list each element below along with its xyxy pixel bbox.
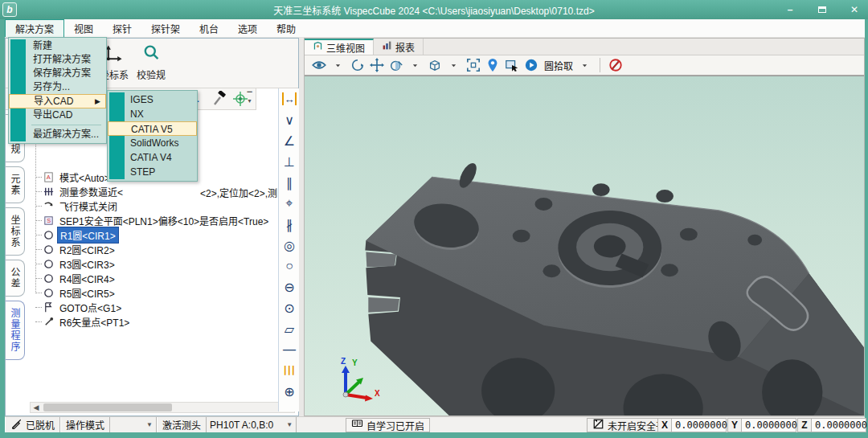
flatness-icon[interactable]: ▱ [279, 318, 300, 339]
tree-row-circle-r3[interactable]: R3圆<CIR3> [30, 256, 117, 271]
menu-item-export-cad[interactable]: 导出CAD [9, 108, 106, 122]
window-frame-bottom [0, 432, 868, 438]
close-button[interactable]: ✕ [847, 4, 862, 15]
submenu-item-step[interactable]: STEP [108, 165, 197, 179]
restore-icon [818, 6, 826, 13]
cube-view-dropdown-icon[interactable] [446, 58, 461, 73]
circle-pick-dropdown[interactable]: 圆拾取 [544, 59, 573, 72]
diameter-icon[interactable]: ⊖ [279, 276, 300, 297]
menu-item-new[interactable]: 新建 [9, 39, 106, 53]
angle-gauge-icon[interactable]: ∨ [279, 109, 300, 130]
tree-row-fly-mode[interactable]: 飞行模式关闭 [30, 199, 120, 213]
scrollbar-thumb[interactable] [43, 403, 172, 411]
submenu-arrow-icon: ▶ [95, 95, 100, 108]
menu-separator [31, 125, 101, 125]
perpendicularity-icon[interactable]: ⊥ [279, 151, 300, 172]
angularity-icon[interactable]: ∦ [279, 214, 300, 235]
position-icon[interactable]: ⌖ [279, 193, 300, 214]
x-coordinate: X 0.0000000 [657, 418, 727, 432]
tab-report[interactable]: 报表 [374, 39, 424, 55]
circle-element-icon [43, 244, 55, 256]
tree-row-goto[interactable]: GOTO点<G1> [30, 300, 124, 314]
locate-pin-icon[interactable] [485, 58, 500, 73]
parallelism-icon[interactable]: ∥ [279, 172, 300, 193]
submenu-item-catia-v4[interactable]: CATIA V4 [108, 150, 197, 165]
submenu-item-catia-v5[interactable]: CATIA V5 [108, 121, 197, 136]
operation-mode-label: 操作模式 [60, 417, 110, 432]
self-learn-status-button[interactable]: 自学习已开启 [346, 418, 430, 432]
tree-row-circle-r5[interactable]: R5圆<CIR5> [30, 285, 117, 300]
restore-button[interactable] [815, 4, 829, 15]
tree-row-circle-r1[interactable]: R1圆<CIR1> [30, 227, 119, 242]
safety-plane-icon: S [43, 215, 55, 227]
menu-item-open-solution[interactable]: 打开解决方案 [9, 53, 106, 67]
tree-row-mode[interactable]: A 模式<Auto> [30, 170, 113, 184]
menu-probe-rack[interactable]: 探针架 [141, 19, 190, 37]
dropdown-caret-icon: ▼ [146, 421, 153, 428]
distance-icon[interactable]: ↔ [282, 92, 297, 105]
toolbar-overflow-button[interactable]: ▔▾ [245, 92, 254, 105]
tab-measure-program[interactable]: 测量程序 [6, 301, 25, 360]
angle-icon[interactable]: ∠ [279, 130, 300, 151]
submenu-item-nx[interactable]: NX [108, 107, 197, 121]
menu-options[interactable]: 选项 [228, 19, 267, 37]
svg-text:Y: Y [352, 358, 358, 367]
menu-view[interactable]: 视图 [64, 19, 103, 37]
magnifier-icon [141, 43, 161, 65]
pan-view-icon[interactable] [369, 58, 384, 73]
eye-dropdown-icon[interactable] [330, 58, 346, 73]
coordinate-triad: Z Y X [333, 356, 383, 406]
x-coordinate-value: 0.0000000 [671, 418, 727, 432]
svg-text:Z: Z [341, 357, 346, 366]
probe-disabled-icon[interactable] [608, 58, 623, 73]
menu-item-save-solution[interactable]: 保存解决方案 [9, 67, 106, 80]
menu-item-import-cad[interactable]: 导入CAD ▶ [9, 94, 106, 108]
viewport-3d[interactable]: Z Y X [305, 76, 864, 415]
render-style-dropdown-icon[interactable] [407, 58, 423, 73]
symmetry-icon[interactable]: ☰ [279, 360, 300, 381]
tree-row-circle-r2[interactable]: R2圆<CIR2> [30, 242, 117, 256]
tab-tolerance[interactable]: 公差 [6, 260, 25, 297]
submenu-item-solidworks[interactable]: SolidWorks [108, 136, 197, 150]
rotate-view-icon[interactable] [350, 58, 365, 73]
menu-probe[interactable]: 探针 [103, 19, 141, 37]
menu-item-recent-solutions[interactable]: 最近解决方案... [9, 128, 106, 141]
tree-row-safety-plane[interactable]: S SEP1安全平面<PLN1>偏移<10>是否启用<True> [30, 213, 271, 227]
menu-solution[interactable]: 解决方案 [5, 19, 64, 37]
concentricity-icon[interactable]: ◎ [279, 235, 300, 256]
hammer-icon[interactable] [211, 91, 227, 107]
minimize-button[interactable]: – [783, 4, 797, 15]
window-select-icon[interactable] [504, 58, 519, 73]
menu-item-save-as[interactable]: 另存为... [9, 80, 106, 94]
tree-row-circle-r4[interactable]: R4圆<CIR4> [30, 271, 117, 285]
z-coordinate: Z 0.0000000 [797, 418, 866, 432]
render-style-icon[interactable] [388, 58, 403, 73]
right-panel: 三维视图 报表 圆拾取 [304, 38, 865, 416]
tab-3d-view[interactable]: 三维视图 [305, 39, 374, 55]
params-icon [43, 186, 55, 198]
submenu-item-iges[interactable]: IGES [108, 92, 197, 107]
roundness-icon[interactable]: ○ [279, 256, 300, 276]
scroll-left-icon[interactable]: ◀ [31, 403, 42, 411]
tab-coordinate-system[interactable]: 坐标系 [6, 207, 25, 256]
runout-icon[interactable]: ⊙ [279, 297, 300, 318]
window-title: 天准三坐标系统 VispecCube 2024 <C:\Users\jiaosi… [0, 3, 868, 17]
self-learn-icon [351, 418, 363, 432]
tree-row-measure-params[interactable]: 测量参数逼近< <2>,定位加<2>,测量 [30, 184, 125, 199]
menu-help[interactable]: 帮助 [267, 19, 305, 37]
run-icon[interactable] [523, 58, 538, 73]
straightness-icon[interactable]: — [279, 339, 300, 360]
active-probe-select[interactable]: PH10T A:0,B:0 ▼ [207, 417, 297, 432]
eye-icon[interactable] [311, 58, 326, 73]
tab-elements[interactable]: 元素 [6, 166, 25, 203]
tree-horizontal-scrollbar[interactable]: ◀ ▶ [30, 402, 295, 413]
circle-pick-caret-icon[interactable] [577, 58, 592, 73]
gauge-check-button[interactable]: 校验规 [133, 43, 170, 84]
zoom-fit-icon[interactable] [465, 58, 481, 73]
menu-machine[interactable]: 机台 [190, 19, 228, 37]
operation-mode-select[interactable]: ▼ [110, 417, 157, 432]
total-runout-icon[interactable]: ⊕ [279, 381, 300, 402]
status-bar: 已脱机 操作模式 ▼ 激活测头 PH10T A:0,B:0 ▼ 自学习已开启 未… [5, 416, 865, 432]
tree-row-vector-point[interactable]: R6矢量点<PT1> [30, 314, 132, 329]
cube-view-icon[interactable] [427, 58, 442, 73]
